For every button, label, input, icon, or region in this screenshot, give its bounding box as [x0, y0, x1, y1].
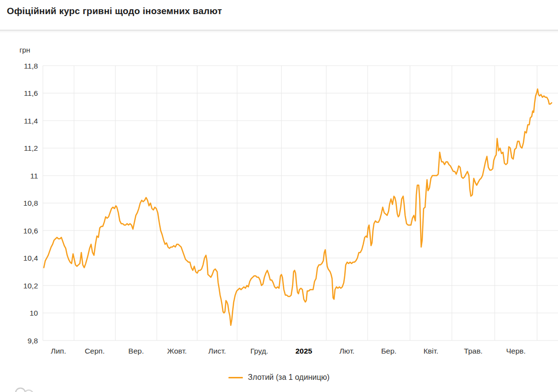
- x-axis-tick-label: 2025: [296, 347, 313, 355]
- y-axis-tick-label: 9,8: [27, 337, 38, 345]
- x-axis-tick-label: Лист.: [208, 347, 226, 355]
- x-axis-tick-label: Трав.: [464, 347, 483, 355]
- x-axis-tick-label: Жовт.: [167, 347, 186, 355]
- y-axis-tick-label: 11,8: [24, 62, 38, 70]
- x-axis-tick-label: Лип.: [51, 347, 66, 355]
- y-axis-tick-label: 10: [30, 309, 38, 317]
- x-axis-tick-label: Вер.: [129, 347, 144, 355]
- legend-label: Злотий (за 1 одиницю): [248, 373, 330, 382]
- x-axis-tick-label: Бер.: [381, 347, 397, 355]
- amcharts-watermark-icon[interactable]: [14, 387, 43, 392]
- y-axis-tick-label: 10,8: [23, 199, 38, 207]
- exchange-rate-line-chart: 11,811,611,411,21110,810,610,410,2109,8Л…: [0, 0, 558, 392]
- x-axis-tick-label: Лют.: [339, 347, 354, 355]
- x-axis-tick-label: Квіт.: [424, 347, 438, 355]
- y-axis-tick-label: 10,2: [23, 282, 38, 290]
- legend-line-swatch: [228, 377, 243, 378]
- y-axis-tick-label: 11,2: [24, 144, 38, 152]
- y-axis-tick-label: 10,4: [23, 254, 38, 262]
- legend-item-zloty[interactable]: Злотий (за 1 одиницю): [0, 371, 558, 384]
- x-axis-tick-label: Серп.: [85, 347, 105, 355]
- y-axis-tick-label: 11,6: [24, 89, 38, 97]
- y-axis-tick-label: 11: [30, 172, 38, 180]
- zloty-series-line: [44, 89, 552, 325]
- y-axis-tick-label: 10,6: [23, 227, 38, 235]
- x-axis-tick-label: Груд.: [250, 347, 268, 355]
- x-axis-tick-label: Черв.: [506, 347, 525, 355]
- y-axis-tick-label: 11,4: [24, 117, 38, 125]
